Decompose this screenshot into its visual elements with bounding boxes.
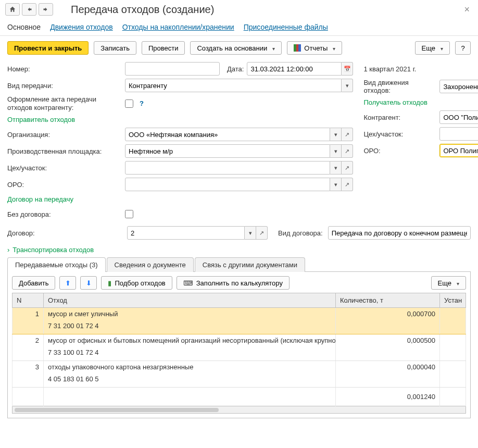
more-label: Еще [422,44,435,52]
waste-table: N Отход Количество, т Устан 1 мусор и см… [12,293,466,406]
dropdown-icon[interactable]: ▾ [245,226,256,240]
pick-label: Подбор отходов [115,279,165,287]
oro2-input[interactable] [439,144,478,157]
open-icon[interactable]: ↗ [342,161,353,175]
dropdown-icon[interactable]: ▾ [330,128,342,141]
col-n[interactable]: N [12,293,44,308]
cell-qty: 0,000500 [336,334,440,347]
scrollbar-thumb[interactable] [15,408,219,412]
home-button[interactable] [5,3,20,16]
workshop-label: Цех/участок: [7,164,122,172]
save-button[interactable]: Записать [94,41,136,55]
dropdown-icon[interactable]: ▾ [330,144,342,158]
site-input[interactable] [125,144,330,158]
table-row-code[interactable]: 4 05 183 01 60 5 [12,373,466,388]
calendar-icon[interactable]: 📅 [342,62,353,76]
contract-input[interactable] [127,226,245,240]
cell-code: 4 05 183 01 60 5 [44,373,336,388]
fill-button[interactable]: ⌨Заполнить по калькулятору [177,276,290,290]
cell-qty: 0,000040 [336,361,440,374]
cell-n: 2 [12,334,44,347]
period-value: 1 квартал 2021 г. [363,65,416,73]
cell-n: 3 [12,361,44,374]
table-row-code[interactable]: 7 31 200 01 72 4 [12,320,466,334]
contract-type-input[interactable] [328,226,471,240]
table-row[interactable]: 3 отходы упаковочного картона незагрязне… [12,361,466,374]
add-button[interactable]: Добавить [12,276,55,290]
move-down-button[interactable]: ⬇ [80,276,97,290]
open-icon[interactable]: ↗ [342,178,353,191]
navtab-movement[interactable]: Движения отходов [50,23,113,31]
tab-docinfo[interactable]: Сведения о документе [107,257,194,272]
tab-more-label: Еще [438,279,451,287]
help-button[interactable]: ? [455,41,471,55]
cell-code: 7 31 200 01 72 4 [44,320,336,334]
reports-label: Отчеты [304,44,328,52]
arrow-down-icon: ⬇ [86,279,92,287]
org-input[interactable] [125,128,330,141]
tab-more-button[interactable]: Еще [431,276,466,290]
number-label: Номер: [7,65,122,73]
movement-kind-label: Вид движения отходов: [363,79,436,94]
contractor-input[interactable] [439,110,478,124]
arrow-up-icon: ⬆ [65,279,71,287]
more-button[interactable]: Еще [415,41,450,55]
contract-label: Договор: [7,229,122,237]
site-label: Производственная площадка: [7,147,122,155]
oro-input[interactable] [125,178,330,191]
oro2-label: ОРО: [363,147,436,155]
transfer-type-input[interactable] [125,79,342,92]
horizontal-scrollbar[interactable] [12,406,466,414]
close-button[interactable]: × [461,4,473,15]
open-icon[interactable]: ↗ [256,226,268,240]
total-row: 0,001240 [12,388,466,406]
post-close-button[interactable]: Провести и закрыть [7,41,89,55]
act-label: Оформление акта передачи отходов контраг… [7,95,122,111]
tab-waste[interactable]: Передаваемые отходы (3) [7,257,106,272]
cell-code: 7 33 100 01 72 4 [44,346,336,361]
act-checkbox[interactable] [125,99,133,108]
cell-name: мусор и смет уличный [44,308,336,320]
reports-button[interactable]: Отчеты [287,41,342,55]
open-icon[interactable]: ↗ [342,144,353,158]
sender-header: Отправитель отходов [7,115,353,125]
pick-button[interactable]: ▮Подбор отходов [101,276,172,290]
navtab-main[interactable]: Основное [7,23,41,31]
page-title: Передача отходов (создание) [71,4,459,16]
table-row[interactable]: 2 мусор от офисных и бытовых помещений о… [12,334,466,347]
movement-kind-input[interactable] [439,80,478,93]
dropdown-icon[interactable]: ▾ [330,178,342,191]
table-row-code[interactable]: 7 33 100 01 72 4 [12,346,466,361]
table-row[interactable]: 1 мусор и смет уличный 0,000700 [12,308,466,320]
col-ust[interactable]: Устан [440,293,466,308]
forward-button[interactable] [39,3,53,16]
transport-collapse[interactable]: Транспортировка отходов [0,243,478,257]
recipient-header: Получатель отходов [363,97,478,107]
col-waste[interactable]: Отход [44,293,336,308]
navtab-storage[interactable]: Отходы на накоплении/хранении [122,23,234,31]
keyboard-icon: ⌨ [183,279,193,287]
number-input[interactable] [125,62,220,76]
dropdown-icon[interactable]: ▾ [330,161,342,175]
cell-name: отходы упаковочного картона незагрязненн… [44,361,336,374]
contract-header: Договор на передачу [7,194,353,204]
move-up-button[interactable]: ⬆ [59,276,76,290]
open-icon[interactable]: ↗ [342,128,353,141]
workshop-input[interactable] [125,161,330,175]
help-icon[interactable]: ? [140,99,144,107]
workshop2-input[interactable] [439,127,478,141]
create-based-button[interactable]: Создать на основании [190,41,282,55]
workshop2-label: Цех/участок: [363,130,436,138]
post-button[interactable]: Провести [142,41,185,55]
contract-type-label: Вид договора: [278,229,323,237]
date-input[interactable] [247,62,342,76]
back-button[interactable] [22,3,36,16]
col-qty[interactable]: Количество, т [336,293,440,308]
contractor-label: Контрагент: [363,114,436,121]
tab-links[interactable]: Связь с другими документами [195,257,305,272]
list-icon: ▮ [108,279,111,287]
navtab-files[interactable]: Присоединенные файлы [244,23,328,31]
dropdown-icon[interactable]: ▾ [342,79,353,92]
no-contract-checkbox[interactable] [125,210,133,218]
cell-name: мусор от офисных и бытовых помещений орг… [44,334,336,347]
